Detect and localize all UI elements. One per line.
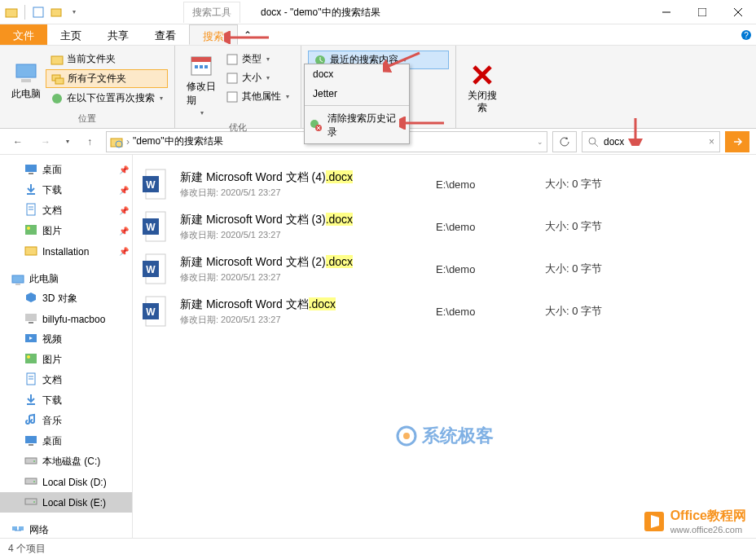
breadcrumb[interactable]: "demo"中的搜索结果 (133, 134, 223, 148)
close-search-button[interactable]: 关闭搜索 (463, 49, 502, 126)
properties-icon[interactable] (32, 6, 45, 19)
tree-item[interactable]: 图片 (0, 350, 132, 370)
modify-date-button[interactable]: 修改日期 ▾ (182, 49, 221, 120)
minimize-button[interactable] (648, 0, 684, 24)
back-button[interactable]: ← (7, 130, 29, 153)
tree-item[interactable]: 下载 (0, 390, 132, 411)
tree-label: billyfu-macboo (42, 314, 105, 325)
result-size: 大小: 0 字节 (545, 219, 602, 234)
address-dropdown-icon[interactable]: ⌄ (537, 138, 543, 146)
tree-item[interactable]: 文档 (0, 370, 132, 390)
forward-button[interactable]: → (34, 130, 57, 153)
network-icon (11, 524, 24, 537)
tree-item[interactable]: 音乐 (0, 411, 132, 431)
close-x-icon (469, 62, 495, 88)
search-box[interactable]: docx × (582, 131, 720, 152)
refresh-button[interactable] (552, 131, 577, 152)
maximize-button[interactable] (684, 0, 720, 24)
computer-icon (13, 59, 39, 86)
clear-history-button[interactable]: 清除搜索历史记录 (305, 108, 409, 143)
svg-rect-62 (12, 526, 17, 530)
qat-dropdown-icon[interactable]: ▾ (68, 6, 81, 19)
refresh-icon (559, 136, 570, 147)
svg-rect-45 (25, 314, 37, 321)
status-bar: 4 个项目 (0, 538, 756, 559)
this-pc-button[interactable]: 此电脑 (7, 49, 46, 111)
svg-point-59 (33, 481, 35, 482)
tab-view[interactable]: 查看 (142, 24, 189, 45)
calendar-icon (188, 52, 214, 78)
search-input[interactable]: docx (604, 136, 704, 147)
collapse-ribbon-icon[interactable]: ⌃ (238, 24, 257, 45)
watermark: 系统极客 (396, 424, 494, 448)
tree-item[interactable]: Installation📌 (0, 241, 132, 262)
result-row[interactable]: W新建 Microsoft Word 文档 (3).docx修改日期: 2020… (143, 205, 746, 248)
tree-item[interactable]: 文档📌 (0, 200, 132, 221)
footer-brand: Office教程网 (670, 508, 746, 522)
svg-rect-58 (25, 478, 37, 484)
svg-rect-9 (16, 64, 36, 77)
result-row[interactable]: W新建 Microsoft Word 文档 (4).docx修改日期: 2020… (143, 163, 746, 205)
tree-item[interactable]: 下载📌 (0, 180, 132, 200)
result-row[interactable]: W新建 Microsoft Word 文档.docx修改日期: 2020/5/1… (143, 290, 746, 332)
result-modified: 修改日期: 2020/5/1 23:27 (180, 314, 424, 326)
result-path: E:\demo (436, 306, 534, 318)
tree-item[interactable]: 本地磁盘 (C:) (0, 451, 132, 472)
tree-item[interactable]: Local Disk (D:) (0, 472, 132, 492)
window-title: docx - "demo"中的搜索结果 (261, 6, 380, 20)
tree-item[interactable]: 视频 (0, 329, 132, 350)
tree-network[interactable]: 网络 (0, 521, 132, 538)
other-props-button[interactable]: 其他属性▾ (221, 88, 294, 105)
close-button[interactable] (720, 0, 756, 24)
tree-label: 图片 (42, 353, 62, 367)
document-icon (24, 203, 37, 218)
clear-search-icon[interactable]: × (709, 136, 714, 147)
size-button[interactable]: 大小▾ (221, 69, 294, 86)
folder-icon (24, 244, 37, 259)
tree-this-pc[interactable]: 此电脑 (0, 270, 132, 288)
result-size: 大小: 0 字节 (545, 177, 602, 191)
up-button[interactable]: ↑ (78, 130, 101, 153)
close-search-label: 关闭搜索 (468, 90, 497, 113)
tree-item[interactable]: 3D 对象 (0, 288, 132, 309)
result-row[interactable]: W新建 Microsoft Word 文档 (2).docx修改日期: 2020… (143, 248, 746, 290)
svg-text:W: W (146, 222, 156, 233)
recent-item[interactable]: Jetter (305, 84, 409, 103)
search-go-button[interactable] (725, 131, 749, 152)
folder-icon (51, 53, 64, 66)
tree-item[interactable]: 桌面 (0, 431, 132, 451)
svg-point-78 (403, 433, 410, 439)
tree-item[interactable]: billyfu-macboo (0, 309, 132, 329)
svg-point-57 (33, 460, 35, 462)
ribbon-group-location: 此电脑 当前文件夹 所有子文件夹 在以下位置再次搜索 ▾ 位置 (0, 46, 175, 128)
svg-rect-43 (12, 275, 24, 283)
tree-label: 网络 (29, 523, 49, 537)
all-subfolders-button[interactable]: 所有子文件夹 (46, 69, 168, 88)
svg-rect-2 (51, 9, 61, 16)
tree-item[interactable]: 桌面📌 (0, 160, 132, 180)
separator (305, 105, 409, 106)
tree-item[interactable]: 图片📌 (0, 221, 132, 241)
type-button[interactable]: 类型▾ (221, 51, 294, 68)
other-props-label: 其他属性 (242, 90, 281, 103)
history-dropdown-icon[interactable]: ▾ (62, 130, 73, 153)
globe-icon (51, 92, 64, 105)
help-icon[interactable]: ? (736, 24, 756, 45)
pin-icon: 📌 (119, 247, 129, 256)
pin-icon: 📌 (119, 165, 129, 174)
tab-home[interactable]: 主页 (47, 24, 94, 45)
tab-share[interactable]: 共享 (94, 24, 142, 45)
new-folder-icon[interactable] (50, 6, 63, 19)
tab-search[interactable]: 搜索 (189, 24, 238, 45)
svg-rect-16 (191, 57, 211, 62)
tree-item[interactable]: Local Disk (E:) (0, 492, 132, 513)
music-icon (24, 413, 37, 429)
pin-icon: 📌 (119, 206, 129, 215)
tab-file[interactable]: 文件 (0, 24, 47, 45)
search-again-button[interactable]: 在以下位置再次搜索 ▾ (46, 90, 168, 107)
properties-icon (226, 90, 239, 103)
current-folder-button[interactable]: 当前文件夹 (46, 51, 168, 68)
recent-item[interactable]: docx (305, 64, 409, 84)
footer-branding: Office教程网 www.office26.com (643, 508, 746, 535)
svg-rect-48 (25, 354, 37, 363)
